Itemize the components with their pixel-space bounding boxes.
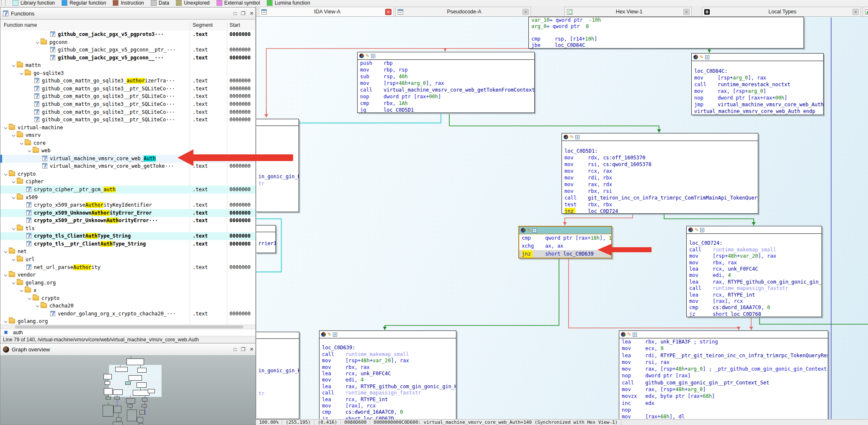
asm-line[interactable]: learcx, RTYPE_int: [687, 292, 822, 298]
tab-imp[interactable]: Imp: [863, 7, 868, 16]
color-wheel-icon[interactable]: [521, 228, 525, 233]
asm-line[interactable]: xchgax, ax: [519, 242, 611, 250]
chevron-down-icon[interactable]: [20, 288, 23, 292]
asm-line[interactable]: loc_C0D639:: [319, 345, 456, 351]
asm-line[interactable]: jgloc_C0D5D1: [358, 107, 534, 113]
clear-search-icon[interactable]: ✖: [4, 330, 8, 335]
asm-block-loc_C0D84C[interactable]: ✎ loc_C0D84C:mov[rsp+arg_0], raxcallrunt…: [691, 53, 824, 115]
asm-block-entry-partial[interactable]: var_10= qword ptr -10harg_0= qword ptr 8…: [528, 17, 804, 49]
function-row[interactable]: fgithub_com_jackc_pgx_v5_pgconn__ptr_···…: [0, 46, 255, 54]
asm-line[interactable]: movecx, 9: [619, 345, 828, 352]
frame-icon[interactable]: [700, 228, 704, 232]
asm-line[interactable]: callruntime_mapassign_faststr: [319, 390, 456, 396]
graph-view[interactable]: var_10= qword ptr -10harg_0= qword ptr 8…: [256, 17, 868, 419]
function-row[interactable]: fvirtual_machine_vmsrv_core_web_Auth: [0, 155, 255, 163]
node-titlebar[interactable]: ✎: [562, 133, 758, 141]
asm-line[interactable]: callruntime_makemap_small: [319, 351, 456, 358]
edit-pencil-icon[interactable]: ✎: [627, 332, 631, 337]
function-row[interactable]: fgithub_com_mattn_go_sqlite3__ptr_SQLite…: [0, 92, 255, 100]
tab-local-types[interactable]: 0 Local Types✕: [702, 7, 861, 16]
node-titlebar[interactable]: ✎: [687, 226, 822, 234]
frame-icon[interactable]: [333, 333, 337, 337]
tab-close-icon[interactable]: ✕: [683, 9, 690, 15]
asm-line[interactable]: cmpcs:dword_16AA7C0, 0: [687, 305, 822, 311]
chevron-down-icon[interactable]: [12, 180, 15, 183]
tab-hex-view-1[interactable]: Hex View-1✕: [564, 7, 692, 16]
asm-line[interactable]: movrcx, rax: [562, 168, 758, 174]
color-wheel-icon[interactable]: [564, 135, 568, 139]
function-row[interactable]: fnet_url_parseAuthority.text0000000: [0, 264, 255, 271]
folder-row[interactable]: golang.org: [0, 317, 255, 325]
chevron-down-icon[interactable]: [36, 40, 39, 44]
asm-line[interactable]: learax, RTYPE_github_com_gin_gonic_gin_H: [687, 279, 822, 285]
asm-line[interactable]: movrax, [rsp+48h+arg_0]: [619, 386, 828, 393]
asm-line[interactable]: loc_C0D5D1:: [562, 148, 758, 154]
asm-line[interactable]: jnzloc_C0D724: [562, 208, 758, 214]
asm-line[interactable]: movedi, 4: [319, 377, 456, 383]
asm-line[interactable]: learax, RTYPE_github_com_gin_gonic_gin_H: [319, 384, 456, 390]
chevron-down-icon[interactable]: [12, 281, 15, 284]
asm-line[interactable]: movzxedx, byte ptr [rax+68h]: [619, 393, 828, 399]
folder-row[interactable]: core: [0, 139, 255, 147]
edit-pencil-icon[interactable]: ✎: [527, 228, 531, 233]
chevron-down-icon[interactable]: [4, 273, 7, 276]
float-button[interactable]: ❐: [241, 10, 245, 16]
asm-block-left-partial-barrier[interactable]: rrier1: [256, 225, 276, 253]
asm-line[interactable]: jmpvirtual_machine_vmsrv_core_web_Auth: [692, 101, 823, 108]
chevron-down-icon[interactable]: [28, 149, 31, 152]
asm-line[interactable]: [529, 30, 804, 36]
frame-icon[interactable]: [633, 333, 637, 337]
asm-line[interactable]: [319, 338, 456, 345]
folder-row[interactable]: x509: [0, 194, 255, 202]
edit-pencil-icon[interactable]: ✎: [695, 228, 698, 232]
asm-line[interactable]: nop: [619, 407, 828, 413]
folder-row[interactable]: virtual-machine: [0, 124, 255, 132]
asm-line[interactable]: jnzshort loc_C0D639: [519, 250, 611, 258]
folder-row[interactable]: net: [0, 248, 255, 256]
function-row[interactable]: fgithub_com_mattn_go_sqlite3__ptr_SQLite…: [0, 85, 255, 93]
folder-row[interactable]: web: [0, 147, 255, 155]
asm-line[interactable]: subrsp, 40h: [358, 73, 534, 80]
node-titlebar[interactable]: ✎: [519, 227, 611, 234]
toolbar-grip[interactable]: [1, 0, 6, 6]
chevron-down-icon[interactable]: [12, 226, 15, 230]
asm-line[interactable]: mov[rsp+48h+var_20], rax: [319, 358, 456, 364]
node-titlebar[interactable]: [256, 225, 276, 232]
function-row[interactable]: fcrypto_tls_ClientAuthType_String.text00…: [0, 232, 255, 240]
edit-pencil-icon[interactable]: ✎: [366, 54, 369, 58]
asm-line[interactable]: nopdword ptr [rax]: [619, 372, 828, 379]
folder-row[interactable]: go-sqlite3: [0, 69, 255, 77]
asm-line[interactable]: testrbx, rbx: [562, 201, 758, 208]
function-row[interactable]: fcrypto_cipher__ptr_gcm_auth.text0000000: [0, 186, 255, 194]
frame-icon[interactable]: [371, 54, 375, 58]
asm-line[interactable]: loc_C0D724:: [687, 240, 822, 246]
asm-line[interactable]: nopdword ptr [rax+rax+00h]: [692, 95, 823, 101]
tab-close-icon[interactable]: ✕: [523, 9, 529, 15]
folder-row[interactable]: vendor: [0, 271, 255, 279]
folder-row[interactable]: x: [0, 287, 255, 294]
color-wheel-icon[interactable]: [688, 228, 693, 232]
chevron-down-icon[interactable]: [4, 250, 7, 253]
chevron-down-icon[interactable]: [20, 141, 23, 144]
function-row[interactable]: fgithub_com_mattn_go_sqlite3_authorizerT…: [0, 77, 255, 85]
chevron-down-icon[interactable]: [36, 304, 39, 307]
asm-line[interactable]: learcx, RTYPE_int: [319, 397, 456, 403]
col-start[interactable]: Start: [229, 22, 240, 28]
asm-block-loc_C0D724[interactable]: ✎ loc_C0D724:callruntime_makemap_smallmo…: [686, 226, 822, 317]
asm-line[interactable]: callruntime_makemap_small: [687, 247, 822, 253]
asm-line[interactable]: mov[rax+68h], dl: [619, 413, 828, 419]
asm-line[interactable]: movrdx, cs:off_1605370: [562, 154, 758, 161]
asm-line[interactable]: callgit_teiron_inc_cn_infra_trimrpc_ComT…: [562, 195, 758, 201]
folder-row[interactable]: mattn: [0, 61, 255, 69]
functions-panel-titlebar[interactable]: f Functions □❐✕: [0, 8, 255, 20]
node-titlebar[interactable]: ✎: [692, 54, 823, 61]
asm-block-prologue[interactable]: ✎pushrbpmovrbp, rspsubrsp, 40hmov[rsp+48…: [357, 52, 535, 113]
color-wheel-icon[interactable]: [359, 54, 364, 58]
graph-overview-minimap[interactable]: [0, 355, 255, 425]
folder-row[interactable]: url: [0, 256, 255, 264]
function-row[interactable]: fgithub_com_mattn_go_sqlite3__ptr_SQLite…: [0, 108, 255, 116]
asm-line[interactable]: cmprsp, [r14+10h]: [529, 36, 804, 42]
edit-pencil-icon[interactable]: ✎: [700, 55, 703, 59]
asm-block-set-context[interactable]: ✎learbx, unk_F1BA3F ; stringmovecx, 9lea…: [619, 330, 828, 419]
tab-close-icon[interactable]: ✕: [385, 9, 392, 15]
